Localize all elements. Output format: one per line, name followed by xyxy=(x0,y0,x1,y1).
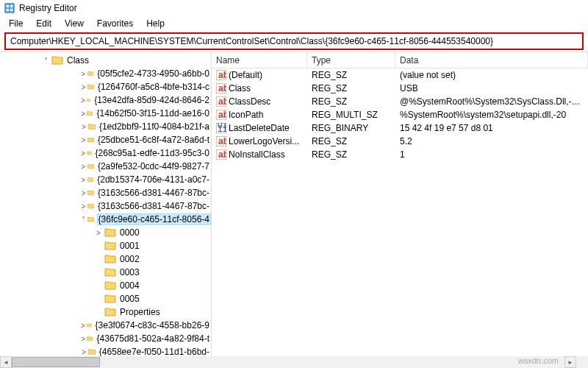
tree-key-class[interactable]: ˅ Class xyxy=(0,54,211,67)
column-data[interactable]: Data xyxy=(395,52,588,68)
value-row[interactable]: abLowerLogoVersi...REG_SZ5.2 xyxy=(212,135,588,148)
tree-key[interactable]: 0001 xyxy=(0,239,211,252)
tree-pane[interactable]: ˅ Class >{05f5cfe2-4733-4950-a6bb-0>{126… xyxy=(0,52,212,356)
folder-icon xyxy=(104,294,116,304)
watermark-text: wsxdn.com xyxy=(518,356,559,365)
menu-edit[interactable]: Edit xyxy=(30,17,57,30)
expander-icon[interactable]: > xyxy=(81,109,85,118)
column-type[interactable]: Type xyxy=(307,52,395,68)
tree-key[interactable]: 0004 xyxy=(0,279,211,292)
value-name: abNoInstallClass xyxy=(212,149,307,160)
expander-icon[interactable]: > xyxy=(81,122,87,131)
window-title: Registry Editor xyxy=(19,3,77,13)
value-type: REG_SZ xyxy=(307,83,395,93)
values-pane[interactable]: Name Type Data ab(Default)REG_SZ(value n… xyxy=(212,52,588,356)
expander-icon[interactable]: > xyxy=(81,96,85,105)
tree-key[interactable]: >{268c95a1-edfe-11d3-95c3-0 xyxy=(0,146,211,160)
value-row[interactable]: 011110LastDeleteDateREG_BINARY15 42 4f 1… xyxy=(212,121,588,135)
tree-key[interactable]: >{2db15374-706e-4131-a0c7- xyxy=(0,173,211,186)
expander-icon[interactable]: ˅ xyxy=(41,56,50,65)
menu-bar: File Edit View Favorites Help xyxy=(0,16,588,31)
folder-icon xyxy=(87,333,93,344)
tree-key[interactable]: >{05f5cfe2-4733-4950-a6bb-0 xyxy=(0,67,211,80)
value-type: REG_SZ xyxy=(307,70,395,80)
folder-icon xyxy=(104,241,116,251)
tree-key[interactable]: >0000 xyxy=(0,226,211,239)
value-name: ab(Default) xyxy=(212,70,307,80)
folder-icon xyxy=(87,108,93,118)
folder-icon xyxy=(104,280,116,291)
expander-icon[interactable]: > xyxy=(81,188,86,197)
expander-icon[interactable]: > xyxy=(81,149,85,158)
column-name[interactable]: Name xyxy=(212,52,307,68)
folder-icon xyxy=(104,254,116,264)
folder-icon xyxy=(88,121,96,132)
value-row[interactable]: abNoInstallClassREG_SZ1 xyxy=(212,148,588,161)
value-name: abIconPath xyxy=(212,110,307,120)
expander-icon[interactable]: > xyxy=(81,175,86,184)
expander-icon[interactable]: > xyxy=(81,321,85,330)
tree-label: Properties xyxy=(118,307,162,317)
value-type: REG_SZ xyxy=(307,96,395,107)
tree-key[interactable]: >{43675d81-502a-4a82-9f84-t xyxy=(0,332,211,345)
tree-label: 0001 xyxy=(118,241,141,251)
svg-text:ab: ab xyxy=(218,110,226,120)
list-header: Name Type Data xyxy=(212,52,588,68)
value-row[interactable]: ab(Default)REG_SZ(value not set) xyxy=(212,68,588,82)
menu-file[interactable]: File xyxy=(3,17,29,30)
value-data: USB xyxy=(395,83,588,93)
tree-key[interactable]: >{1ed2bbf9-11f0-4084-b21f-a xyxy=(0,120,211,133)
tree-key[interactable]: >{3163c566-d381-4467-87bc- xyxy=(0,186,211,199)
menu-help[interactable]: Help xyxy=(140,17,171,30)
expander-icon[interactable]: > xyxy=(81,202,86,210)
content-area: ˅ Class >{05f5cfe2-4733-4950-a6bb-0>{126… xyxy=(0,52,588,356)
expander-icon[interactable]: > xyxy=(81,82,86,91)
expander-icon[interactable]: ˅ xyxy=(81,215,86,224)
tree-key[interactable]: >{13e42dfa-85d9-424d-8646-2 xyxy=(0,93,211,107)
address-bar[interactable]: Computer\HKEY_LOCAL_MACHINE\SYSTEM\Curre… xyxy=(4,32,584,50)
expander-icon[interactable]: > xyxy=(94,228,103,237)
expander-icon[interactable]: > xyxy=(81,162,86,171)
folder-icon xyxy=(87,174,94,185)
tree-label: 0004 xyxy=(118,280,141,291)
expander-icon[interactable]: > xyxy=(81,69,86,78)
tree-label: {3e3f0674-c83c-4558-bb26-9 xyxy=(94,320,211,330)
folder-icon xyxy=(87,82,94,92)
scroll-left-icon[interactable]: ◄ xyxy=(0,356,12,368)
menu-favorites[interactable]: Favorites xyxy=(91,17,139,30)
tree-key[interactable]: >{14b62f50-3f15-11dd-ae16-0 xyxy=(0,107,211,120)
tree-key[interactable]: >{3e3f0674-c83c-4558-bb26-9 xyxy=(0,319,211,332)
folder-icon xyxy=(87,214,94,224)
horizontal-scrollbar[interactable]: ◄ ► xyxy=(0,356,588,368)
tree-key[interactable]: >{1264760f-a5c8-4bfe-b314-c xyxy=(0,80,211,93)
folder-icon xyxy=(87,95,90,105)
svg-text:ab: ab xyxy=(218,83,226,93)
tree-key[interactable]: >{25dbce51-6c8f-4a72-8a6d-t xyxy=(0,133,211,146)
folder-icon xyxy=(87,135,94,145)
tree-key[interactable]: 0005 xyxy=(0,292,211,305)
value-row[interactable]: abClassREG_SZUSB xyxy=(212,82,588,95)
string-value-icon: ab xyxy=(216,83,226,93)
tree-key[interactable]: 0003 xyxy=(0,266,211,279)
tree-key[interactable]: >{3163c566-d381-4467-87bc- xyxy=(0,199,211,213)
scroll-track[interactable] xyxy=(12,356,564,368)
value-type: REG_BINARY xyxy=(307,123,395,133)
value-row[interactable]: abIconPathREG_MULTI_SZ%SystemRoot%\syste… xyxy=(212,108,588,121)
tree-key[interactable]: 0002 xyxy=(0,252,211,266)
scroll-thumb[interactable] xyxy=(12,357,100,367)
tree-key[interactable]: >{4658ee7e-f050-11d1-b6bd- xyxy=(0,345,211,356)
tree-label: {43675d81-502a-4a82-9f84-t xyxy=(96,333,211,344)
tree-key[interactable]: Properties xyxy=(0,305,211,319)
tree-label: {2db15374-706e-4131-a0c7- xyxy=(96,174,211,185)
regedit-icon xyxy=(4,3,15,13)
binary-value-icon: 011110 xyxy=(216,123,226,133)
expander-icon[interactable]: > xyxy=(81,135,86,144)
expander-icon[interactable]: > xyxy=(81,347,87,356)
expander-icon[interactable]: > xyxy=(81,334,85,343)
tree-key[interactable]: >{2a9fe532-0cdc-44f9-9827-7 xyxy=(0,160,211,173)
value-row[interactable]: abClassDescREG_SZ@%SystemRoot%\System32\… xyxy=(212,95,588,108)
value-type: REG_MULTI_SZ xyxy=(307,110,395,120)
scroll-right-icon[interactable]: ► xyxy=(564,356,576,368)
tree-key[interactable]: ˅{36fc9e60-c465-11cf-8056-4 xyxy=(0,213,211,226)
menu-view[interactable]: View xyxy=(59,17,90,30)
